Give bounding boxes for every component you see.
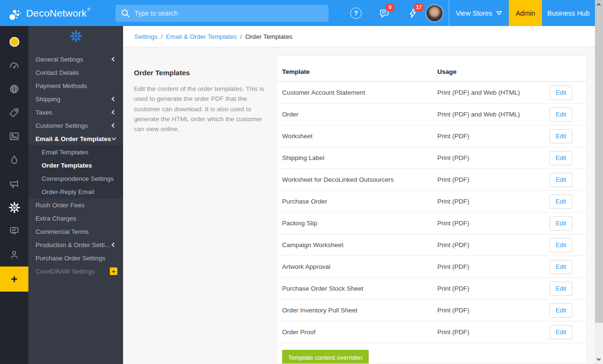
gear-icon bbox=[70, 30, 82, 43]
messages-button[interactable]: 0 bbox=[378, 7, 390, 19]
edit-button[interactable]: Edit bbox=[550, 173, 572, 187]
table-row: Worksheet Print (PDF) Edit bbox=[276, 125, 586, 147]
tab-admin[interactable]: Admin bbox=[509, 0, 542, 26]
breadcrumb-item: Email & Order Templates / bbox=[166, 33, 246, 40]
sidebar-item-label: Production & Order Setti... bbox=[35, 241, 110, 249]
edit-button[interactable]: Edit bbox=[550, 325, 572, 339]
sidebar-menu-item[interactable]: Order-Reply Email + bbox=[28, 185, 123, 198]
page-title: Order Templates bbox=[134, 69, 272, 77]
sidebar-menu-item[interactable]: CorelDRAW Settings + bbox=[28, 265, 123, 278]
rail-item-customers[interactable] bbox=[0, 243, 28, 266]
sidebar-item-label: Shipping bbox=[35, 96, 61, 103]
tab-business-hub[interactable]: Business Hub bbox=[542, 0, 595, 26]
templates-table: Customer Account Statement Print (PDF) a… bbox=[276, 82, 586, 343]
edit-button[interactable]: Edit bbox=[550, 260, 572, 274]
add-button[interactable]: + bbox=[0, 266, 28, 292]
sidebar-menu-item[interactable]: General Settings + bbox=[28, 53, 123, 66]
scroll-down-arrow-icon[interactable] bbox=[597, 357, 601, 361]
chevron-down-icon bbox=[496, 11, 502, 16]
rail-item-dashboard[interactable] bbox=[0, 53, 28, 77]
help-button[interactable]: ? bbox=[350, 7, 362, 19]
registered-mark: ® bbox=[87, 7, 90, 12]
global-search bbox=[115, 5, 328, 22]
sidebar-item-label: CorelDRAW Settings bbox=[35, 268, 95, 275]
notifications-count-badge: 17 bbox=[414, 3, 424, 11]
icon-rail-sidebar: + bbox=[0, 26, 28, 364]
edit-button[interactable]: Edit bbox=[550, 151, 572, 165]
messages-count-badge: 0 bbox=[385, 3, 395, 11]
edit-button[interactable]: Edit bbox=[550, 303, 572, 318]
sidebar-menu-item[interactable]: Contact Details + bbox=[28, 66, 123, 79]
sidebar-item-label: Purchase Order Settings bbox=[35, 255, 106, 262]
scrollbar-thumb[interactable] bbox=[595, 0, 603, 323]
chevron-icon bbox=[112, 136, 116, 141]
breadcrumb-label[interactable]: Order Templates bbox=[245, 33, 293, 40]
edit-button[interactable]: Edit bbox=[550, 238, 572, 252]
view-stores-label: View Stores bbox=[456, 9, 492, 17]
sidebar-item-label: Rush Order Fees bbox=[35, 202, 85, 209]
chevron-icon bbox=[112, 242, 116, 247]
override-legend-badge: Template content overriden bbox=[282, 350, 369, 364]
sidebar-menu-item[interactable]: Shipping + bbox=[28, 92, 123, 106]
business-hub-label: Business Hub bbox=[547, 9, 589, 17]
breadcrumb-label[interactable]: Settings bbox=[134, 33, 158, 40]
rail-item-settings[interactable] bbox=[0, 195, 28, 219]
notifications-button[interactable]: 17 bbox=[407, 7, 419, 19]
edit-button[interactable]: Edit bbox=[550, 195, 572, 209]
deconetwork-logo[interactable]: DecoNetwork ® bbox=[0, 5, 115, 21]
info-panel: Order Templates Edit the content of the … bbox=[134, 69, 272, 134]
plus-badge-icon[interactable]: + bbox=[110, 267, 117, 275]
breadcrumb-label[interactable]: Email & Order Templates bbox=[166, 33, 237, 40]
template-name: Worksheet for DecoLinked Outsourcers bbox=[282, 176, 437, 183]
sidebar-menu-item[interactable]: Correspondence Settings + bbox=[28, 172, 123, 185]
table-row: Order Print (PDF) and Web (HTML) Edit bbox=[276, 104, 586, 125]
template-name: Customer Account Statement bbox=[282, 89, 437, 96]
edit-button[interactable]: Edit bbox=[550, 282, 572, 296]
settings-gear-button[interactable] bbox=[28, 30, 123, 43]
sidebar-menu-item[interactable]: Customer Settings + bbox=[28, 119, 123, 132]
gear-icon bbox=[9, 202, 20, 213]
template-name: Purchase Order bbox=[282, 198, 437, 205]
sidebar-menu-item[interactable]: Production & Order Setti... + bbox=[28, 238, 123, 251]
sidebar-menu-item[interactable]: Payment Methods + bbox=[28, 79, 123, 92]
template-usage: Print (PDF) bbox=[437, 220, 550, 227]
template-name: Shipping Label bbox=[282, 154, 437, 161]
rail-item-store[interactable] bbox=[0, 30, 28, 53]
rail-item-production[interactable] bbox=[0, 219, 28, 243]
template-name: Packing Slip bbox=[282, 220, 437, 227]
admin-label: Admin bbox=[515, 9, 535, 17]
search-input[interactable] bbox=[115, 5, 328, 22]
rail-item-media[interactable] bbox=[0, 124, 28, 148]
sidebar-menu-item[interactable]: Email Templates + bbox=[28, 145, 123, 159]
edit-button[interactable]: Edit bbox=[550, 107, 572, 122]
template-usage: Print (PDF) and Web (HTML) bbox=[437, 111, 550, 118]
presentation-board-icon bbox=[9, 225, 20, 237]
sidebar-menu-item[interactable]: Extra Charges + bbox=[28, 212, 123, 225]
sidebar-menu-item[interactable]: Email & Order Templates + bbox=[28, 132, 123, 145]
sidebar-menu-item[interactable]: Commercial Terms + bbox=[28, 225, 123, 238]
view-stores-dropdown[interactable]: View Stores bbox=[449, 0, 509, 26]
edit-button[interactable]: Edit bbox=[550, 216, 572, 231]
sidebar-menu-item[interactable]: Taxes + bbox=[28, 106, 123, 119]
user-avatar[interactable] bbox=[426, 5, 443, 21]
breadcrumb-separator: / bbox=[240, 33, 242, 40]
template-usage: Print (PDF) bbox=[437, 307, 550, 314]
chevron-icon bbox=[112, 123, 116, 128]
edit-button[interactable]: Edit bbox=[550, 86, 572, 100]
megaphone-icon bbox=[9, 178, 20, 189]
table-row: Shipping Label Print (PDF) Edit bbox=[276, 147, 586, 169]
rail-item-pricing[interactable] bbox=[0, 101, 28, 124]
rail-item-ink[interactable] bbox=[0, 148, 28, 172]
sidebar-item-label: Contact Details bbox=[35, 69, 79, 76]
template-name: Campaign Worksheet bbox=[282, 241, 437, 249]
sidebar-menu-item[interactable]: Purchase Order Settings + bbox=[28, 251, 123, 265]
edit-button[interactable]: Edit bbox=[550, 129, 572, 143]
search-icon bbox=[121, 9, 130, 18]
rail-item-marketing[interactable] bbox=[0, 172, 28, 195]
sidebar-menu-item[interactable]: Order Templates + bbox=[28, 159, 123, 172]
vertical-scrollbar[interactable] bbox=[595, 0, 603, 364]
sidebar-menu-item[interactable]: Rush Order Fees + bbox=[28, 198, 123, 212]
dashboard-gauge-icon bbox=[9, 60, 20, 71]
rail-item-websites[interactable] bbox=[0, 77, 28, 101]
sidebar-item-label: Email Templates bbox=[42, 149, 89, 156]
